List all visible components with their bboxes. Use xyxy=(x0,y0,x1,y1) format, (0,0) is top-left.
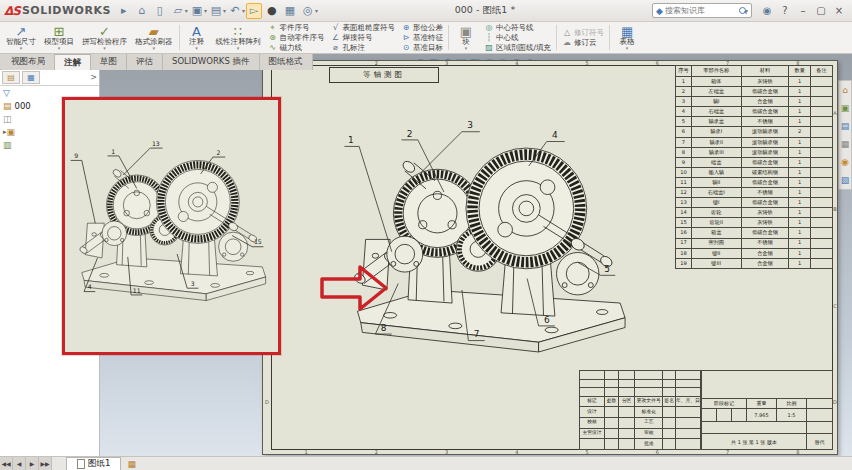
svg-text:5: 5 xyxy=(604,264,610,274)
ribbon-button-2-2[interactable]: ⊙基准目标 xyxy=(401,43,443,53)
search-input[interactable] xyxy=(665,6,739,15)
appearances-icon[interactable]: ◉ xyxy=(841,157,849,167)
displaymanager-tab-icon[interactable]: ▦ xyxy=(22,71,40,84)
ribbon-button-3-1[interactable]: ┆中心线 xyxy=(484,33,551,43)
tab-视图布局[interactable]: 视图布局 xyxy=(2,54,55,70)
login-icon[interactable]: ◉ xyxy=(758,3,776,19)
custom-properties-icon[interactable]: ▧ xyxy=(841,175,850,185)
ribbon-button-2-1[interactable]: ⊳基准特征 xyxy=(401,33,443,43)
search-icon[interactable] xyxy=(739,7,747,15)
ribbon-button-linear-note-pattern[interactable]: ∷线性注释阵列▾ xyxy=(212,23,265,52)
ribbon-button-4-1[interactable]: ☁修订云 xyxy=(562,38,604,48)
save-dropdown[interactable]: ▾ xyxy=(204,7,207,14)
small-button-icon: ⊛ xyxy=(268,33,278,42)
ribbon-button-3-2[interactable]: ▨区域剖面线/填充 xyxy=(484,43,551,53)
bom-row[interactable]: 19键III合金钢1 xyxy=(676,258,833,268)
bom-row[interactable]: 6轴承I滚动轴承钢2 xyxy=(676,127,833,137)
search-box[interactable]: ◆ ▾ xyxy=(652,3,752,18)
undo-dropdown[interactable]: ▾ xyxy=(242,7,245,14)
tab-图纸格式[interactable]: 图纸格式 xyxy=(260,54,313,70)
design-library-icon[interactable]: ▣ xyxy=(841,103,850,113)
bom-header-cell: 序号 xyxy=(676,66,692,77)
restore-button[interactable]: ▢ xyxy=(812,3,830,19)
view-palette-icon[interactable]: ▦ xyxy=(841,139,850,149)
open-icon[interactable]: ▱ xyxy=(170,3,186,19)
open-dropdown[interactable]: ▾ xyxy=(185,7,188,14)
spacer-cell-2 xyxy=(807,422,833,434)
undo-icon[interactable]: ↶ xyxy=(227,3,243,19)
drawing-sheet[interactable]: 12345678 12345678 ABCD ABCD 等轴测图 序号零部件名称… xyxy=(262,60,838,455)
menu-expand-arrow[interactable]: ▸ xyxy=(116,3,132,19)
last-sheet-button[interactable]: ▶▶ xyxy=(39,457,52,470)
ribbon-button-3-0[interactable]: ◎中心符号线 xyxy=(484,23,551,33)
ribbon-button-smart-dimension[interactable]: ↗智能尺寸▾ xyxy=(2,23,40,52)
tab-SOLIDWORKS 插件[interactable]: SOLIDWORKS 插件 xyxy=(163,54,260,70)
ribbon-button-1-2[interactable]: ⌀孔标注 xyxy=(331,43,396,53)
bom-row[interactable]: 3轴I合金钢1 xyxy=(676,97,833,107)
rev-header-cell: 更改文件号 xyxy=(635,396,663,407)
tab-草图[interactable]: 草图 xyxy=(91,54,127,70)
ribbon-button-table[interactable]: ▦表格▾ xyxy=(612,23,642,52)
bom-row[interactable]: 7轴承II滚动轴承钢1 xyxy=(676,137,833,147)
print-dropdown[interactable]: ▾ xyxy=(223,7,226,14)
panel-expand-icon[interactable]: > xyxy=(90,73,97,82)
bom-row[interactable]: 18键II合金钢1 xyxy=(676,248,833,258)
prev-sheet-button[interactable]: ◀ xyxy=(13,457,26,470)
add-sheet-icon[interactable]: ▦ xyxy=(121,457,142,470)
ribbon-button-model-items[interactable]: ⊞模型项目▾ xyxy=(40,23,78,52)
tab-评估[interactable]: 评估 xyxy=(127,54,163,70)
small-button-icon: ∠ xyxy=(331,33,341,42)
ribbon-button-4-0[interactable]: △修订符号 xyxy=(562,28,604,38)
ribbon-button-0-2[interactable]: ∿磁力线 xyxy=(268,43,325,53)
next-sheet-button[interactable]: ▶ xyxy=(26,457,39,470)
bom-row[interactable]: 8轴承III滚动轴承钢1 xyxy=(676,147,833,157)
history-folder-icon: ◫ xyxy=(3,114,12,124)
new-document-icon[interactable]: ▯ xyxy=(152,3,168,19)
tab-注解[interactable]: 注解 xyxy=(55,54,91,70)
bom-row[interactable]: 2左端盖低碳合金钢1 xyxy=(676,87,833,97)
options-icon[interactable]: ◎ xyxy=(300,3,316,19)
ribbon-button-block[interactable]: ▣块▾ xyxy=(451,23,481,52)
ribbon-button-note[interactable]: A注释▾ xyxy=(182,23,212,52)
print-icon[interactable]: ▤ xyxy=(208,3,224,19)
weight-header: 重量 xyxy=(747,399,777,409)
ribbon-button-1-0[interactable]: √表面粗糙度符号 xyxy=(331,23,396,33)
home-icon[interactable]: ⌂ xyxy=(134,3,150,19)
bom-row[interactable]: 4右端盖低碳合金钢1 xyxy=(676,107,833,117)
featuremanager-tab-icon[interactable]: ▤ xyxy=(2,71,20,84)
drawing-view-sheet[interactable]: 1 2 3 4 5 6 7 8 xyxy=(333,116,643,371)
dropdown-arrow-icon: ▾ xyxy=(58,46,61,50)
bom-row[interactable]: 13键I低碳合金钢1 xyxy=(676,198,833,208)
bom-row[interactable]: 11轴II低碳合金钢1 xyxy=(676,177,833,187)
bom-table[interactable]: 序号零部件名称材料数量备注 1箱体灰铸铁12左端盖低碳合金钢13轴I合金钢14右… xyxy=(675,65,833,269)
bom-row[interactable]: 5轴承盖不锈钢1 xyxy=(676,117,833,127)
bom-row[interactable]: 9端盖低碳合金钢1 xyxy=(676,157,833,167)
ribbon-button-0-1[interactable]: ⊛自动零件序号 xyxy=(268,33,325,43)
bom-row[interactable]: 10输入轴碳素结构钢1 xyxy=(676,167,833,177)
file-explorer-icon[interactable]: ▤ xyxy=(841,121,850,131)
rebuild-icon[interactable]: ● xyxy=(264,3,280,19)
weight-value: 7.965 xyxy=(747,409,777,423)
ribbon-button-format-painter[interactable]: ▰格式涂刷器▾ xyxy=(131,23,177,52)
bom-row[interactable]: 15齿轮II灰铸铁1 xyxy=(676,218,833,228)
zone-label: B xyxy=(833,161,837,257)
ribbon-button-0-0[interactable]: ⌖零件序号 xyxy=(268,23,325,33)
close-button[interactable]: × xyxy=(830,3,848,19)
bom-row[interactable]: 17密封圈不锈钢1 xyxy=(676,238,833,248)
save-icon[interactable]: ▣ xyxy=(189,3,205,19)
bom-row[interactable]: 1箱体灰铸铁1 xyxy=(676,77,833,87)
select-tool-icon[interactable]: ▻ xyxy=(246,3,262,19)
ribbon-button-1-1[interactable]: ∠焊接符号 xyxy=(331,33,396,43)
minimize-button[interactable]: – xyxy=(794,3,812,19)
svg-text:4: 4 xyxy=(88,283,92,290)
first-sheet-button[interactable]: ◀◀ xyxy=(0,457,13,470)
bom-row[interactable]: 16箱盖低碳合金钢1 xyxy=(676,228,833,238)
sheet-tab[interactable]: 图纸1 xyxy=(66,457,121,470)
ribbon-button-2-0[interactable]: ⊕形位公差 xyxy=(401,23,443,33)
bom-row[interactable]: 12右端盖I不锈钢1 xyxy=(676,188,833,198)
file-properties-icon[interactable]: ▦ xyxy=(282,3,298,19)
bom-row[interactable]: 14齿轮灰铸铁1 xyxy=(676,208,833,218)
help-button[interactable]: ? xyxy=(776,3,794,19)
resources-icon[interactable]: ⌂ xyxy=(842,85,848,95)
ribbon-button-spell-checker[interactable]: ✓拼写检验程序▾ xyxy=(78,23,131,52)
